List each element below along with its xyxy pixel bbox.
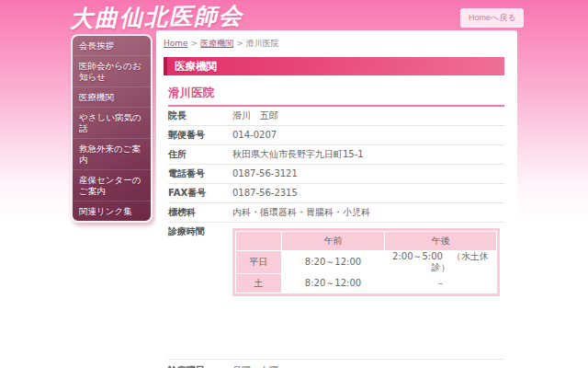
page-background: 大曲仙北医師会 Homeへ戻る 会長挨拶 医師会からのお知らせ 医療機関 やさし… [0,0,588,368]
sidebar-item-medical-institutions[interactable]: 医療機関 [73,87,151,108]
schedule-pm-value: － [385,274,497,293]
info-label: FAX番号 [168,188,232,199]
sidebar-item-disease-talk[interactable]: やさしい病気の話 [73,108,151,139]
schedule-row-weekday: 平日 8:20～12:00 2:00～5:00 （水土休診） [236,251,497,274]
sidebar-nav: 会長挨拶 医師会からのお知らせ 医療機関 やさしい病気の話 救急外来のご案内 産… [71,34,153,223]
sidebar-item-emergency[interactable]: 救急外来のご案内 [73,139,151,170]
sidebar-item-news[interactable]: 医師会からのお知らせ [73,56,151,87]
main-content-panel: Home>医療機関>滑川医院 医療機関 滑川医院 院長 滑川 五郎 郵便番号 0… [156,30,517,368]
schedule-table-wrapper: 午前 午後 平日 8:20～12:00 2:00～5:00 （水土休診） 土 8… [232,228,500,296]
schedule-header-am: 午前 [282,232,385,251]
schedule-header-pm: 午後 [385,232,497,251]
schedule-header-empty [236,232,282,251]
info-value: 滑川 五郎 [232,110,278,121]
info-row-phone: 電話番号 0187-56-3121 [168,165,504,184]
info-row-fax: FAX番号 0187-56-2315 [168,184,504,203]
schedule-day-label: 土 [236,274,282,293]
info-label: 住所 [168,149,232,160]
breadcrumb-separator: > [236,39,243,48]
schedule-pm-value: 2:00～5:00 （水土休診） [385,251,497,274]
info-label: 診療時間 [168,226,232,237]
breadcrumb-current: 滑川医院 [246,39,279,48]
schedule-table: 午前 午後 平日 8:20～12:00 2:00～5:00 （水土休診） 土 8… [235,231,497,293]
schedule-am-value: 8:20～12:00 [282,274,385,293]
info-value: 内科・循環器科・胃腸科・小児科 [232,207,370,218]
schedule-row-saturday: 土 8:20～12:00 － [236,274,497,293]
breadcrumb-home-link[interactable]: Home [164,39,188,48]
section-banner: 医療機関 [164,57,504,75]
info-row-hours: 診療時間 午前 午後 平日 8:20～12:00 2:00～5:00 （水土休診… [168,223,504,300]
info-label: 電話番号 [168,168,232,179]
info-value: 014-0207 [232,130,277,141]
info-row-postal-code: 郵便番号 014-0207 [168,126,504,145]
sidebar-item-greeting[interactable]: 会長挨拶 [73,36,151,56]
sidebar-item-links[interactable]: 関連リンク集 [73,201,151,221]
info-value: 秋田県大仙市長野字九日町15-1 [232,149,364,160]
breadcrumb: Home>医療機関>滑川医院 [164,38,504,50]
content-spacer [168,300,504,359]
breadcrumb-separator: > [191,39,198,48]
home-return-button[interactable]: Homeへ戻る [460,8,524,28]
info-value: 0187-56-2315 [232,188,298,199]
info-row-consultation-days: 診察曜日 月曜～土曜 [168,359,504,368]
sidebar-item-health-center[interactable]: 産保センターのご案内 [73,170,151,201]
schedule-am-value: 8:20～12:00 [282,251,385,274]
info-label: 郵便番号 [168,130,232,141]
info-row-departments: 標榜科 内科・循環器科・胃腸科・小児科 [168,203,504,223]
info-value: 0187-56-3121 [232,168,298,179]
schedule-header-row: 午前 午後 [236,232,497,251]
schedule-day-label: 平日 [236,251,282,274]
info-label: 院長 [168,110,232,121]
site-logo[interactable]: 大曲仙北医師会 [70,0,244,33]
info-label: 標榜科 [168,207,232,218]
info-row-address: 住所 秋田県大仙市長野字九日町15-1 [168,145,504,165]
breadcrumb-section-link[interactable]: 医療機関 [200,39,233,48]
info-row-director: 院長 滑川 五郎 [168,107,504,126]
clinic-name-title: 滑川医院 [168,86,504,107]
